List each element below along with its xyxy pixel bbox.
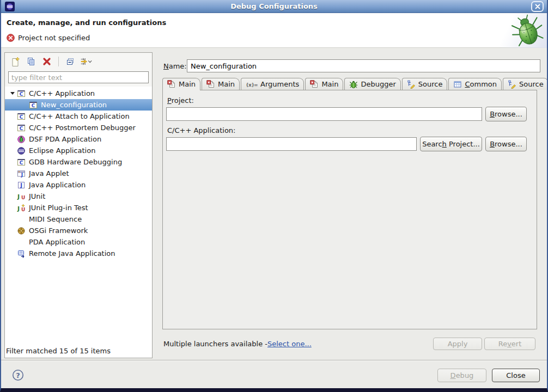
junit-plugin-icon: JU: [17, 204, 26, 212]
new-configuration-button[interactable]: [9, 56, 21, 68]
tree-item-label: C/C++ Attach to Application: [29, 112, 130, 120]
tab-debugger[interactable]: Debugger: [344, 78, 400, 90]
tab-strip: Main Main (x)= Arguments Main Debugger S…: [162, 78, 548, 90]
c-application-icon: C: [29, 101, 38, 109]
arguments-icon: (x)=: [246, 80, 258, 89]
svg-text:(x)=: (x)=: [246, 82, 258, 87]
expander-icon[interactable]: [8, 92, 17, 95]
delete-icon: [42, 57, 52, 66]
c-application-icon: C: [17, 112, 26, 121]
configurations-sidebar: C C/C++ Application C New_configuration …: [4, 52, 153, 358]
tree-item-cpp-postmortem[interactable]: C C/C++ Postmortem Debugger: [5, 122, 152, 133]
select-one-link[interactable]: Select one...: [267, 340, 312, 348]
pda-bug-icon: [17, 135, 26, 144]
tab-label: Arguments: [260, 80, 299, 88]
tab-main-1[interactable]: Main: [162, 78, 200, 90]
svg-text:J: J: [17, 205, 20, 212]
tree-item-remote-java-application[interactable]: Remote Java Application: [5, 248, 152, 259]
help-icon: ?: [12, 369, 24, 381]
tab-label: Source: [519, 80, 544, 88]
close-icon: [535, 4, 540, 9]
sidebar-toolbar: [5, 53, 152, 70]
common-table-icon: [453, 80, 462, 89]
project-input[interactable]: [166, 107, 482, 121]
application-input[interactable]: [166, 137, 417, 151]
svg-text:C: C: [20, 126, 23, 131]
debug-configurations-dialog: Debug Configurations Create, manage, and…: [0, 0, 548, 392]
application-browse-button[interactable]: Browse...: [485, 137, 527, 151]
debug-button[interactable]: Debug: [437, 369, 486, 382]
titlebar[interactable]: Debug Configurations: [1, 0, 547, 13]
help-button[interactable]: ?: [12, 369, 24, 381]
tree-item-label: JUnit Plug-in Test: [29, 204, 88, 212]
filter-field-wrap: [5, 70, 152, 87]
tab-source-2[interactable]: Source: [503, 78, 548, 90]
error-message: Project not specified: [18, 34, 90, 42]
delete-button[interactable]: [41, 56, 53, 68]
main-tab-error-icon: [310, 80, 319, 89]
tree-item-dsf-pda[interactable]: DSF PDA Application: [5, 133, 152, 145]
tree-item-java-application[interactable]: J Java Application: [5, 179, 152, 191]
osgi-icon: [17, 226, 26, 235]
filter-icon: [80, 57, 92, 66]
project-browse-button[interactable]: Browse...: [485, 107, 527, 121]
tree-item-label: Remote Java Application: [29, 249, 115, 258]
launcher-note: Multiple launchers available - Select on…: [163, 340, 312, 348]
filter-status-text: Filter matched 15 of 15 items: [5, 345, 152, 358]
window-close-button[interactable]: [531, 1, 544, 12]
new-configuration-icon: [10, 57, 20, 66]
tree-item-cpp-attach[interactable]: C C/C++ Attach to Application: [5, 111, 152, 122]
c-application-icon: C: [17, 124, 26, 132]
revert-button[interactable]: Revert: [484, 338, 535, 350]
svg-text:U: U: [21, 195, 25, 200]
tree-item-cpp-application[interactable]: C C/C++ Application: [5, 88, 152, 99]
svg-text:J: J: [21, 171, 23, 177]
source-icon: [508, 80, 516, 89]
tree-item-midi-sequence[interactable]: MIDI Sequence: [5, 213, 152, 225]
debug-bug-image: [511, 14, 544, 47]
name-label: Name:: [163, 62, 187, 70]
tree-item-label: MIDI Sequence: [29, 215, 82, 223]
tab-main-2[interactable]: Main: [202, 78, 240, 90]
tree-item-label: Eclipse Application: [29, 146, 95, 155]
tree-item-new-configuration[interactable]: C New_configuration: [5, 99, 152, 111]
tree-item-pda-application[interactable]: PDA Application: [5, 236, 152, 248]
project-label: Project:: [167, 96, 194, 105]
tab-main-3[interactable]: Main: [305, 78, 343, 90]
tree-item-label: PDA Application: [29, 238, 85, 246]
tree-item-label: DSF PDA Application: [29, 135, 101, 143]
tree-item-osgi-framework[interactable]: OSGi Framework: [5, 225, 152, 236]
c-application-icon: C: [17, 158, 26, 167]
collapse-all-button[interactable]: [64, 56, 76, 68]
filter-input[interactable]: [8, 71, 149, 83]
tree-item-junit-plugin-test[interactable]: JU JUnit Plug-in Test: [5, 202, 152, 213]
error-icon: [7, 34, 15, 42]
tab-common[interactable]: Common: [448, 78, 502, 90]
duplicate-icon: [26, 57, 36, 66]
java-application-icon: J: [17, 181, 26, 189]
page-title: Create, manage, and run configurations: [7, 19, 166, 27]
error-message-row: Project not specified: [7, 34, 90, 42]
apply-button[interactable]: Apply: [433, 338, 482, 350]
tree-item-label: C/C++ Postmortem Debugger: [29, 124, 136, 132]
name-input[interactable]: [187, 59, 540, 72]
footer-separator: [1, 360, 547, 361]
svg-text:?: ?: [16, 371, 20, 379]
tree-item-java-applet[interactable]: J Java Applet: [5, 168, 152, 179]
tab-label: Main: [321, 80, 338, 88]
tree-item-label: Java Applet: [29, 169, 69, 177]
duplicate-button[interactable]: [25, 56, 37, 68]
toolbar-separator: [58, 57, 59, 66]
remote-java-icon: [17, 249, 26, 258]
blank-icon: [17, 215, 26, 224]
search-project-button[interactable]: Search Project...: [420, 137, 482, 151]
close-button[interactable]: Close: [492, 369, 540, 382]
tab-source-1[interactable]: Source: [402, 78, 448, 90]
tree-item-gdb-hardware[interactable]: C GDB Hardware Debugging: [5, 156, 152, 168]
tree-item-eclipse-application[interactable]: Eclipse Application: [5, 145, 152, 156]
blank-icon: [17, 238, 26, 247]
tree-item-junit[interactable]: JU JUnit: [5, 191, 152, 202]
svg-text:C: C: [20, 160, 23, 166]
tab-arguments[interactable]: (x)= Arguments: [241, 78, 304, 90]
filter-launch-configurations-button[interactable]: [80, 56, 92, 68]
